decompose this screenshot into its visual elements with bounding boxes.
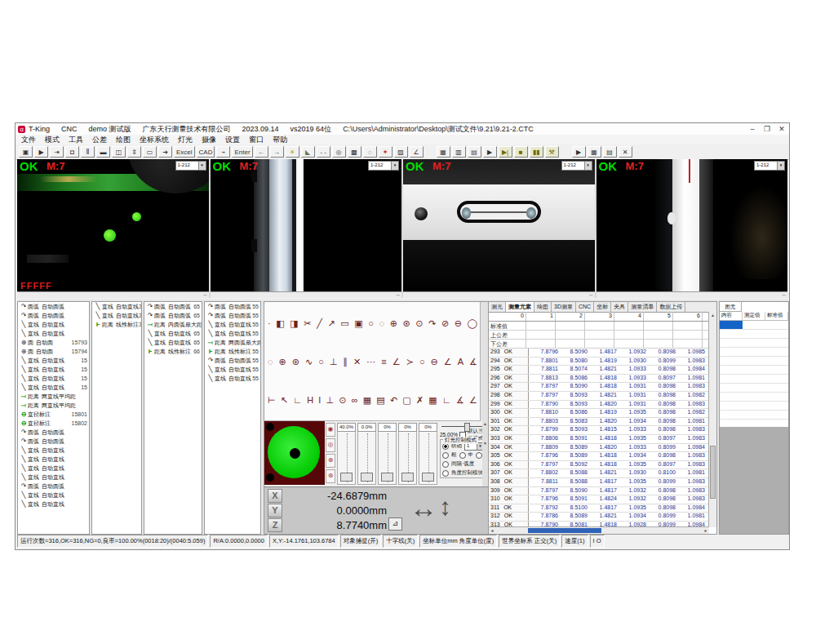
- detail-row[interactable]: [720, 339, 788, 348]
- measure-tool-icon[interactable]: ◨: [290, 318, 298, 328]
- light-slider-handle[interactable]: [340, 473, 353, 482]
- menu-item[interactable]: 绘图: [116, 135, 131, 145]
- camera-4-scrollbar[interactable]: ⇔: [596, 291, 788, 298]
- z-axis-button[interactable]: Z: [268, 518, 282, 532]
- table-row[interactable]: 294OK 7.8801 8.5080 1.4819 1.0930 0.8099…: [489, 358, 709, 366]
- table-tab[interactable]: CNC: [576, 302, 594, 312]
- toolbar-button[interactable]: Enter: [232, 146, 252, 158]
- toolbar-button[interactable]: →: [270, 146, 284, 158]
- toolbar-button[interactable]: ▶: [34, 146, 48, 158]
- coarse-radio[interactable]: [442, 452, 449, 459]
- list-item[interactable]: ╲ 直线自动直线: [18, 491, 89, 500]
- jog-xy-horizontal-arrows[interactable]: ↔: [410, 494, 437, 522]
- measure-tool-icon[interactable]: ▭: [340, 318, 348, 328]
- zoom-slider-handle[interactable]: [464, 423, 470, 432]
- selected-cell[interactable]: [720, 321, 743, 329]
- toolbar-button[interactable]: ▮▮: [530, 146, 543, 158]
- list-item[interactable]: ⤙ 距离两直线平均距: [18, 401, 89, 410]
- scroll-up-icon[interactable]: ▲: [709, 312, 716, 318]
- measure-tool-icon[interactable]: ≡: [381, 357, 386, 366]
- light-slider-track[interactable]: [357, 432, 376, 485]
- resize-icon[interactable]: ⇔: [203, 292, 208, 298]
- toolbar-button[interactable]: ☀: [286, 146, 299, 158]
- scroll-left-icon[interactable]: ◄: [489, 527, 495, 534]
- list-item[interactable]: ╲ 直线自动直线: [18, 455, 89, 464]
- toolbar-button[interactable]: ▶|: [499, 146, 512, 158]
- menu-item[interactable]: 设置: [225, 135, 240, 145]
- measure-tool-icon[interactable]: H: [307, 395, 313, 405]
- light-slider-handle[interactable]: [381, 473, 393, 482]
- list-item[interactable]: ╲ 直线自动直线: [18, 320, 89, 329]
- table-row[interactable]: 298OK 7.8797 8.5093 1.4821 1.0931 0.8098…: [489, 392, 709, 401]
- light-slider[interactable]: 0%: [378, 423, 397, 485]
- measure-tool-icon[interactable]: ◧: [276, 318, 284, 328]
- measure-tool-icon[interactable]: ∞: [352, 395, 358, 405]
- measure-tool-icon[interactable]: ⊕: [279, 357, 286, 366]
- table-tab[interactable]: 测量清单: [628, 302, 657, 312]
- toolbar-button[interactable]: CAD: [197, 146, 215, 158]
- status-segment[interactable]: 坐标单位mm 角度单位(度): [419, 535, 497, 548]
- list-item[interactable]: ↷ 圆弧自动圆弧: [18, 428, 89, 437]
- measure-tool-icon[interactable]: ∠: [444, 357, 452, 366]
- toolbar-button[interactable]: ⇕: [127, 146, 141, 158]
- status-segment[interactable]: 十字线(关): [383, 535, 418, 548]
- list-item[interactable]: ╲ 直线自动直线: [18, 446, 89, 455]
- measure-tool-icon[interactable]: ⊛: [402, 318, 410, 328]
- table-row[interactable]: 303OK 7.8806 8.5091 1.4818 1.0935 0.8097…: [489, 435, 709, 444]
- list-item[interactable]: ╲ 直线自动直线: [18, 329, 89, 338]
- status-segment[interactable]: R/A:0.0000,0.0000: [210, 535, 268, 548]
- detail-row-selected[interactable]: [720, 321, 788, 330]
- y-axis-button[interactable]: Y: [268, 504, 282, 517]
- toolbar-button[interactable]: ▥: [452, 146, 466, 158]
- angle-radio[interactable]: [442, 470, 449, 477]
- toolbar-button[interactable]: ⇥: [50, 146, 64, 158]
- table-row[interactable]: 295OK 7.8811 8.5074 1.4821 1.0933 0.8098…: [489, 366, 709, 375]
- status-segment[interactable]: I O: [590, 535, 605, 548]
- toolbar-button[interactable]: ⚒: [545, 146, 559, 158]
- measure-tool-icon[interactable]: ╱: [317, 318, 322, 328]
- light-slider-track[interactable]: [398, 432, 417, 485]
- menu-item[interactable]: 坐标系统: [140, 135, 169, 145]
- list-item[interactable]: ↷ 圆弧自动圆弧: [18, 482, 89, 491]
- toolbar-button[interactable]: ▦: [437, 146, 450, 158]
- measure-tool-icon[interactable]: ⊥: [330, 357, 338, 366]
- measure-tool-icon[interactable]: ∿: [305, 357, 313, 366]
- detail-row[interactable]: [720, 393, 788, 402]
- measure-tool-icon[interactable]: ⊢: [268, 395, 276, 405]
- table-row[interactable]: 296OK 7.8813 8.5086 1.4818 1.0933 0.8097…: [489, 375, 709, 384]
- camera-2-range-dropdown[interactable]: 1-212▾: [368, 161, 399, 171]
- toolbar-button[interactable]: ⌁: [216, 146, 230, 158]
- measure-tool-icon[interactable]: ·: [268, 318, 271, 328]
- detail-row[interactable]: [720, 375, 788, 384]
- list-item[interactable]: ╲ 直线自动直线 34: [92, 302, 141, 311]
- interval-radio[interactable]: [442, 461, 449, 468]
- toolbar-button[interactable]: ▨: [394, 146, 408, 158]
- measure-tool-icon[interactable]: ⊙: [339, 395, 346, 405]
- measure-tool-icon[interactable]: ↖: [281, 395, 288, 405]
- camera-1-scrollbar[interactable]: ⇔: [17, 291, 209, 298]
- segment-light-icon[interactable]: ◎: [326, 438, 335, 452]
- measure-tool-icon[interactable]: ◌: [379, 318, 385, 328]
- list-item[interactable]: ╲ 直线自动直线 55: [205, 329, 260, 338]
- table-row[interactable]: 312OK 7.8786 8.5089 1.4821 1.0934 0.8099…: [489, 513, 709, 522]
- toolbar-button[interactable]: ■: [514, 146, 528, 158]
- list-item[interactable]: ⊕ 圆自动圆 15793: [18, 338, 89, 347]
- detail-row[interactable]: [720, 411, 788, 420]
- measure-tool-icon[interactable]: ↷: [428, 318, 436, 328]
- status-segment[interactable]: 速度(1): [561, 535, 588, 548]
- light-slider-track[interactable]: [378, 432, 397, 485]
- tolerance-row[interactable]: 下公差: [489, 340, 709, 349]
- measure-tool-icon[interactable]: ↶: [390, 395, 397, 405]
- toolbar-button[interactable]: ◘: [65, 146, 79, 158]
- list-item[interactable]: ↷ 圆弧自动圆弧 65: [144, 311, 202, 320]
- list-item[interactable]: ↷ 圆弧自动圆弧: [18, 302, 89, 311]
- measure-tool-icon[interactable]: ○: [419, 357, 425, 366]
- jog-xy-vertical-arrows[interactable]: ↕: [439, 489, 451, 525]
- toolbar-button[interactable]: ▭: [143, 146, 157, 158]
- measure-tool-icon[interactable]: ↗: [327, 318, 335, 328]
- toolbar-button[interactable]: ▣: [19, 146, 33, 158]
- x-axis-button[interactable]: X: [268, 489, 282, 503]
- camera-1-range-dropdown[interactable]: 1-212▾: [175, 161, 206, 171]
- measure-tool-icon[interactable]: ✕: [353, 357, 361, 366]
- table-vertical-scrollbar[interactable]: ▲: [708, 312, 716, 527]
